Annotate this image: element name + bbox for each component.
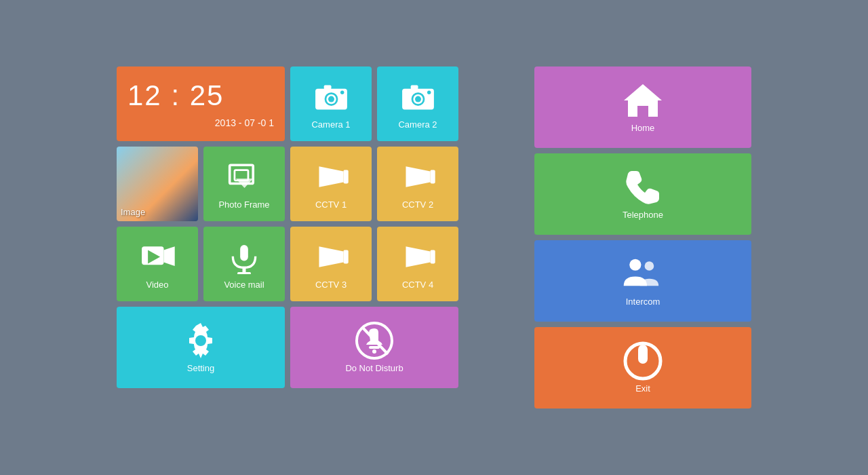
svg-point-3 [328,96,334,102]
time-tile: 12 : 25 2013 - 07 -0 1 [117,66,285,141]
svg-rect-16 [343,170,348,184]
cctv4-tile[interactable]: CCTV 4 [377,227,458,301]
voicemail-icon [224,238,264,276]
svg-marker-15 [319,166,343,187]
cctv1-tile[interactable]: CCTV 1 [290,147,372,221]
svg-rect-23 [243,266,246,271]
svg-point-33 [372,349,376,354]
exit-tile[interactable]: Exit [534,327,751,408]
voicemail-label: Voice mail [224,280,264,290]
camera2-label: Camera 2 [398,119,437,130]
setting-label: Setting [187,363,214,373]
cctv4-label: CCTV 4 [402,280,433,290]
cctv2-label: CCTV 2 [402,200,433,210]
svg-point-5 [340,91,344,94]
home-label: Home [631,123,655,133]
home-icon [623,81,663,119]
svg-rect-32 [369,346,380,349]
intercom-tile[interactable]: Intercom [534,240,751,322]
cctv4-icon [397,238,438,276]
setting-icon [180,322,221,359]
voicemail-tile[interactable]: Voice mail [203,227,285,301]
exit-label: Exit [635,383,650,394]
photo-frame-label: Photo Frame [218,200,269,210]
image-preview: Image [117,147,198,221]
svg-rect-28 [430,250,435,264]
svg-rect-24 [237,272,251,274]
cctv2-icon [397,158,438,195]
camera2-icon [397,78,438,115]
image-label: Image [121,207,145,217]
svg-marker-35 [624,84,662,117]
video-icon [137,238,178,276]
svg-rect-26 [343,250,348,264]
svg-rect-10 [410,85,418,89]
svg-point-30 [195,335,206,346]
svg-rect-18 [430,170,435,184]
setting-tile[interactable]: Setting [117,307,285,388]
photo-frame-icon [224,158,264,195]
intercom-icon [623,255,663,292]
cctv3-tile[interactable]: CCTV 3 [290,227,372,301]
dnd-tile[interactable]: Do Not Disturb [290,307,458,388]
svg-marker-25 [319,246,343,267]
svg-point-36 [629,259,641,270]
telephone-label: Telephone [623,210,663,220]
camera1-tile[interactable]: Camera 1 [290,66,372,141]
cctv3-icon [311,238,351,276]
camera2-tile[interactable]: Camera 2 [377,66,458,141]
date-display: 2013 - 07 -0 1 [127,117,274,128]
svg-rect-22 [240,245,248,261]
app-container: 12 : 25 2013 - 07 -0 1 Camera 1 [117,66,751,408]
video-tile[interactable]: Video [117,227,198,301]
svg-marker-17 [406,166,430,187]
image-tile[interactable]: Image [117,147,198,221]
telephone-icon [623,168,663,206]
svg-point-9 [415,96,421,102]
telephone-tile[interactable]: Telephone [534,153,751,235]
photo-frame-tile[interactable]: Photo Frame [203,147,285,221]
exit-icon [623,342,663,379]
cctv1-icon [311,158,351,195]
dnd-label: Do Not Disturb [345,363,403,373]
cctv1-label: CCTV 1 [315,200,347,210]
dnd-icon [354,322,395,359]
svg-marker-20 [163,246,174,266]
time-display: 12 : 25 [127,79,274,112]
cctv2-tile[interactable]: CCTV 2 [377,147,458,221]
right-grid: Home Telephone Intercom [534,66,751,408]
camera1-label: Camera 1 [311,119,350,130]
svg-rect-39 [638,345,648,364]
intercom-label: Intercom [626,297,660,307]
camera1-icon [311,78,351,115]
svg-rect-4 [323,85,331,89]
home-tile[interactable]: Home [534,66,751,148]
svg-marker-27 [406,246,430,267]
svg-point-37 [645,261,654,271]
left-grid: 12 : 25 2013 - 07 -0 1 Camera 1 [117,66,458,388]
svg-point-11 [427,91,431,94]
cctv3-label: CCTV 3 [315,280,347,290]
video-label: Video [146,280,168,290]
